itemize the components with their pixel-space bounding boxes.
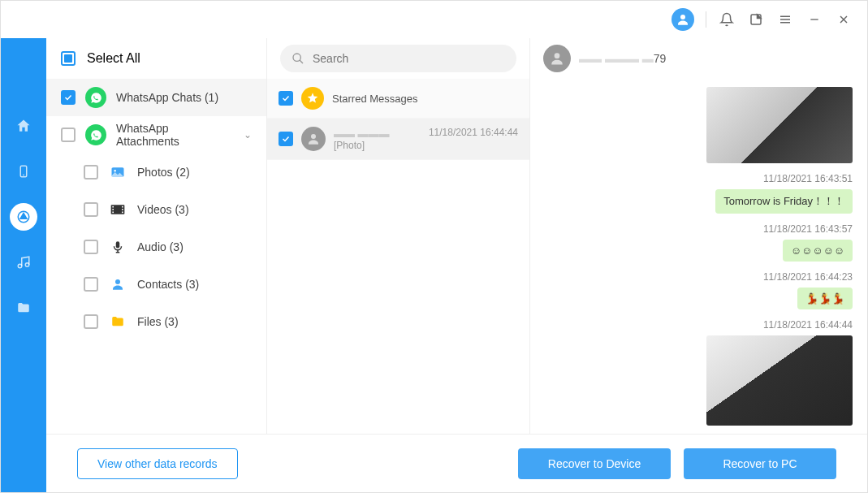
- minimize-icon[interactable]: [805, 11, 823, 28]
- category-files[interactable]: Files (3): [46, 303, 266, 340]
- conversation-body[interactable]: 11/18/2021 16:43:51 Tomorrow is Friday！！…: [530, 79, 867, 434]
- checkbox[interactable]: [84, 277, 98, 292]
- category-label: Audio (3): [137, 240, 184, 253]
- star-icon: [301, 87, 324, 110]
- search-input[interactable]: [313, 52, 505, 65]
- titlebar: [1, 1, 867, 38]
- message-time: 11/18/2021 16:44:23: [763, 271, 853, 283]
- svg-point-25: [115, 279, 120, 284]
- left-rail: [1, 38, 46, 492]
- select-all-checkbox[interactable]: [61, 51, 76, 66]
- svg-point-16: [114, 170, 116, 172]
- chevron-down-icon: ⌄: [244, 129, 252, 141]
- search-box[interactable]: [280, 45, 516, 72]
- list-item-label: Starred Messages: [332, 93, 418, 105]
- message-bubble: Tomorrow is Friday！！！: [715, 189, 853, 214]
- svg-point-13: [18, 264, 22, 268]
- message-image[interactable]: [706, 335, 853, 426]
- microphone-icon: [108, 237, 127, 257]
- bottom-bar: View other data records Recover to Devic…: [46, 434, 867, 492]
- avatar-icon: [301, 127, 326, 151]
- svg-rect-23: [122, 212, 123, 214]
- message-bubble: 💃💃💃: [797, 288, 853, 309]
- whatsapp-icon: [85, 87, 106, 108]
- category-audio[interactable]: Audio (3): [46, 228, 266, 266]
- category-contacts[interactable]: Contacts (3): [46, 266, 266, 303]
- avatar-icon: [543, 45, 571, 72]
- message-time: 11/18/2021 16:43:57: [763, 223, 853, 235]
- svg-point-0: [680, 15, 685, 19]
- rail-device-icon[interactable]: [1, 149, 46, 194]
- select-all-label: Select All: [87, 51, 140, 66]
- svg-rect-21: [122, 206, 123, 208]
- video-icon: [108, 200, 127, 219]
- rail-folder-icon[interactable]: [1, 285, 46, 331]
- message-time: 11/18/2021 16:44:44: [763, 319, 853, 331]
- category-label: WhatsApp Attachments: [116, 122, 234, 148]
- svg-rect-22: [122, 209, 123, 210]
- close-icon[interactable]: [835, 11, 853, 28]
- menu-icon[interactable]: [776, 11, 794, 28]
- category-photos[interactable]: Photos (2): [46, 154, 266, 191]
- checkbox[interactable]: [84, 314, 98, 329]
- folder-icon: [108, 312, 127, 331]
- category-label: Videos (3): [137, 203, 189, 216]
- photo-icon: [108, 162, 127, 182]
- conversation-header: ▬▬ ▬▬▬ ▬79: [530, 38, 867, 79]
- checkbox[interactable]: [61, 128, 76, 142]
- svg-rect-19: [112, 209, 114, 210]
- category-label: WhatsApp Chats (1): [116, 91, 218, 104]
- separator: [706, 11, 706, 28]
- checkbox[interactable]: [84, 165, 98, 179]
- user-account-icon[interactable]: [672, 8, 694, 31]
- list-item-title: ▬▬ ▬▬▬: [334, 128, 421, 140]
- message-time: 11/18/2021 16:43:51: [763, 173, 853, 184]
- message-image[interactable]: [706, 87, 853, 163]
- list-item-starred[interactable]: Starred Messages: [267, 79, 529, 119]
- app-window: Select All WhatsApp Chats (1): [0, 0, 868, 493]
- rail-music-icon[interactable]: [1, 240, 46, 285]
- search-icon: [291, 52, 304, 65]
- svg-rect-24: [116, 241, 120, 248]
- view-other-records-button[interactable]: View other data records: [77, 448, 238, 479]
- checkbox[interactable]: [61, 90, 76, 105]
- checkbox[interactable]: [84, 202, 98, 217]
- whatsapp-icon: [85, 124, 106, 145]
- chat-list-pane: Starred Messages ▬▬ ▬▬▬ [Photo]: [267, 38, 530, 434]
- recover-to-pc-button[interactable]: Recover to PC: [684, 448, 836, 479]
- select-all-row[interactable]: Select All: [46, 38, 266, 79]
- category-whatsapp-attachments[interactable]: WhatsApp Attachments ⌄: [46, 116, 266, 154]
- svg-point-29: [555, 53, 560, 58]
- bell-icon[interactable]: [718, 11, 736, 28]
- svg-point-26: [293, 54, 300, 61]
- checkbox[interactable]: [279, 91, 293, 106]
- category-videos[interactable]: Videos (3): [46, 191, 266, 228]
- conversation-pane: ▬▬ ▬▬▬ ▬79 11/18/2021 16:43:51 Tomorrow …: [530, 38, 867, 434]
- checkbox[interactable]: [84, 240, 98, 254]
- category-whatsapp-chats[interactable]: WhatsApp Chats (1): [46, 79, 266, 116]
- svg-line-27: [300, 60, 303, 63]
- svg-point-9: [21, 18, 26, 23]
- category-pane: Select All WhatsApp Chats (1): [46, 38, 267, 434]
- rail-cloud-icon[interactable]: [1, 194, 46, 240]
- app-logo-icon: [1, 2, 46, 38]
- list-item-chat[interactable]: ▬▬ ▬▬▬ [Photo] 11/18/2021 16:44:44: [267, 119, 529, 160]
- checkbox[interactable]: [279, 132, 293, 146]
- category-label: Photos (2): [137, 166, 190, 179]
- svg-rect-18: [112, 206, 114, 208]
- list-item-main: ▬▬ ▬▬▬ [Photo]: [334, 128, 421, 151]
- svg-point-14: [25, 263, 29, 267]
- category-label: Contacts (3): [137, 278, 199, 291]
- body: Select All WhatsApp Chats (1): [1, 38, 867, 492]
- message-bubble: ☺☺☺☺☺: [783, 240, 853, 262]
- category-label: Files (3): [137, 315, 179, 328]
- search-row: [267, 38, 529, 79]
- recover-to-device-button[interactable]: Recover to Device: [518, 448, 671, 479]
- contact-icon: [108, 275, 127, 294]
- list-item-sub: [Photo]: [334, 140, 421, 151]
- main: Select All WhatsApp Chats (1): [46, 38, 867, 492]
- note-icon[interactable]: [747, 11, 765, 28]
- list-item-time: 11/18/2021 16:44:44: [429, 127, 518, 138]
- contact-number: ▬▬ ▬▬▬ ▬79: [579, 52, 666, 65]
- rail-home-icon[interactable]: [1, 103, 46, 149]
